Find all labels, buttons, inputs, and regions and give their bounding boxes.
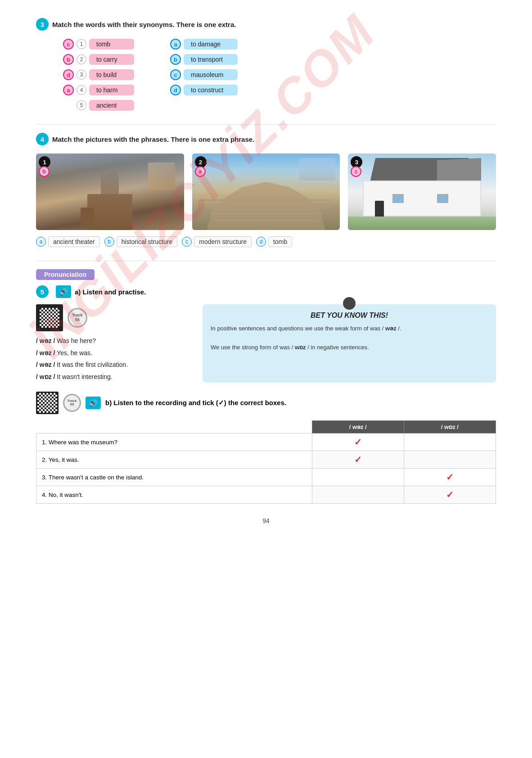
bet-box: BET YOU KNOW THIS! In positive sentences… (203, 304, 496, 383)
phrases-row: a ancient theater b historical structure… (36, 236, 496, 247)
qr-code (36, 304, 63, 331)
row-4-sentence: 4. No, it wasn't. (36, 486, 312, 504)
match-columns: c 1 tomb b 2 to carry d 3 to build (63, 39, 496, 111)
tick-table: / wəz / / wɒz / 1. Where was the museum?… (36, 420, 496, 504)
answer-letter-b: b (63, 54, 74, 65)
track-circle: Track55 (68, 308, 87, 328)
listen-line-2: / wəz / Yes, he was. (36, 347, 189, 359)
right-letter-b: b (170, 54, 181, 65)
bet-text: In positive sentences and questions we u… (211, 324, 488, 352)
picture-box-2: 2 a (192, 153, 340, 230)
match-left-item-5: 5 ancient (63, 100, 134, 111)
track-label-2: Track55 (68, 399, 77, 407)
phrase-letter-a: a (36, 237, 46, 247)
pic-answer-2: a (195, 166, 206, 177)
row-1-woz (404, 433, 496, 451)
picture-box-1: 1 b (36, 153, 184, 230)
page-number: 94 (36, 517, 496, 524)
answer-letter-c: c (63, 39, 74, 50)
num-2: 2 (77, 54, 86, 64)
answer-letter-d: d (63, 69, 74, 80)
phrase-a: a ancient theater (36, 236, 100, 247)
picture-item-2: 2 a (192, 153, 340, 230)
qr-code-2 (36, 392, 59, 414)
exercise-3-num: 3 (36, 18, 49, 31)
exercise-4-num: 4 (36, 133, 49, 145)
picture-item-3: 3 c (348, 153, 496, 230)
word-ancient: ancient (89, 100, 134, 111)
picture-box-3: 3 c (348, 153, 496, 230)
exercise-5b-header: Track55 🔊 b) Listen to the recording and… (36, 392, 496, 414)
col-header-woz: / wɒz / (404, 421, 496, 433)
match-left-item-3: d 3 to build (63, 69, 134, 80)
speaker-icon: 🔊 (56, 285, 71, 298)
word-mausoleum: mausoleum (184, 69, 238, 80)
phoneme-3: / wəz / (36, 361, 55, 368)
word-to-harm: to harm (89, 85, 134, 95)
table-row-4: 4. No, it wasn't. ✓ (36, 486, 496, 504)
word-to-carry: to carry (89, 54, 134, 65)
exercise-3: 3 Match the words with their synonyms. T… (36, 18, 496, 111)
match-left-item-2: b 2 to carry (63, 54, 134, 65)
num-1: 1 (77, 39, 86, 49)
exercise-3-instruction: Match the words with their synonyms. The… (52, 21, 236, 28)
exercise-3-header: 3 Match the words with their synonyms. T… (36, 18, 496, 31)
phoneme-2: / wəz / (36, 349, 55, 356)
phrase-text-c: modern structure (194, 236, 252, 247)
phoneme-1: / wəz / (36, 337, 55, 344)
num-5: 5 (77, 100, 86, 110)
table-row-1: 1. Where was the museum? ✓ (36, 433, 496, 451)
divider-2 (36, 261, 496, 261)
exercise-5b: Track55 🔊 b) Listen to the recording and… (36, 392, 496, 504)
exercise-5-num: 5 (36, 285, 49, 298)
phrase-text-d: tomb (268, 236, 292, 247)
num-4: 4 (77, 85, 86, 95)
speaker-icon-2: 🔊 (86, 397, 101, 409)
bet-phoneme-2: wɒz (295, 344, 306, 351)
row-4-wez (312, 486, 404, 504)
exercise-4: 4 Match the pictures with the phrases. T… (36, 133, 496, 247)
bet-phoneme-1: wəz (385, 325, 397, 332)
exercise-5b-instruction: b) Listen to the recording and tick (✓) … (105, 399, 286, 407)
exercise-5-content: Track55 / wəz / Was he here? / wəz / Yes… (36, 304, 496, 383)
track-label: Track55 (72, 313, 83, 322)
match-right-item-a: a to damage (170, 39, 238, 50)
phrase-text-a: ancient theater (48, 236, 100, 247)
table-row-3: 3. There wasn't a castle on the island. … (36, 469, 496, 486)
table-row-2: 2. Yes, it was. ✓ (36, 451, 496, 469)
match-right-item-d: d to construct (170, 85, 238, 95)
track-circle-2: Track55 (63, 394, 81, 412)
word-to-transport: to transport (184, 54, 238, 65)
bet-title: BET YOU KNOW THIS! (211, 311, 488, 320)
row-3-wez (312, 469, 404, 486)
row-1-wez: ✓ (312, 433, 404, 451)
row-1-sentence: 1. Where was the museum? (36, 433, 312, 451)
word-to-damage: to damage (184, 39, 238, 50)
exercise-5-left: Track55 / wəz / Was he here? / wəz / Yes… (36, 304, 189, 383)
pronunciation-section: Pronunciation 5 🔊 a) Listen and practise… (36, 269, 496, 383)
phrase-d: d tomb (256, 236, 292, 247)
listen-line-1: / wəz / Was he here? (36, 335, 189, 347)
match-left-item-4: a 4 to harm (63, 85, 134, 95)
qr-inner-2 (37, 393, 57, 413)
pictures-row: 1 b 2 (36, 153, 496, 230)
match-left-item-1: c 1 tomb (63, 39, 134, 50)
qr-track-area: Track55 (36, 304, 189, 331)
phrase-b: b historical structure (104, 236, 178, 247)
right-letter-c: c (170, 69, 181, 80)
exercise-5a-instruction: a) Listen and practise. (75, 288, 146, 296)
picture-item-1: 1 b (36, 153, 184, 230)
right-letter-d: d (170, 85, 181, 95)
listen-lines: / wəz / Was he here? / wəz / Yes, he was… (36, 335, 189, 383)
phrase-text-b: historical structure (117, 236, 178, 247)
listen-line-4: / wɒz / It wasn't interesting. (36, 371, 189, 383)
row-2-sentence: 2. Yes, it was. (36, 451, 312, 469)
row-2-wez: ✓ (312, 451, 404, 469)
row-2-woz (404, 451, 496, 469)
word-to-construct: to construct (184, 85, 238, 95)
phoneme-4: / wɒz / (36, 373, 55, 380)
col-header-wez: / wəz / (312, 421, 404, 433)
phrase-letter-c: c (182, 237, 192, 247)
bet-pin (343, 297, 356, 310)
match-right-item-c: c mausoleum (170, 69, 238, 80)
